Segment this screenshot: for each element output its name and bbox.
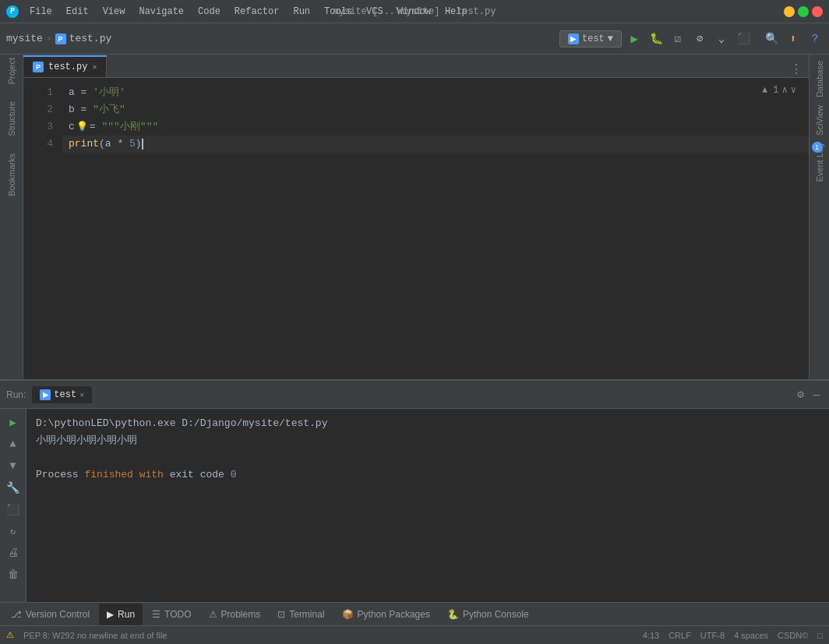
tab-todo[interactable]: ☰ TODO <box>144 604 199 625</box>
menu-code[interactable]: Code <box>192 5 227 19</box>
breadcrumb-root[interactable]: mysite <box>6 33 43 44</box>
error-nav-up[interactable]: ∧ <box>782 84 788 96</box>
coverage-button[interactable]: ☑ <box>670 31 686 47</box>
close-button[interactable] <box>812 6 823 17</box>
tab-python-packages[interactable]: 📦 Python Packages <box>334 604 438 625</box>
breadcrumb-separator: › <box>46 33 52 44</box>
tab-todo-label: TODO <box>164 609 191 620</box>
menu-run[interactable]: Run <box>287 5 316 19</box>
rerun-icon[interactable]: ↻ <box>5 523 22 540</box>
run-toolbar: Run: ▶ test ✕ ⚙ — <box>0 381 829 409</box>
main-toolbar: mysite › P test.py ▶ test ▼ ▶ 🐛 ☑ ⊘ ⌄ ⬛ … <box>0 23 829 55</box>
code-line-3: c 💡 = """小刚""" <box>62 118 809 135</box>
bottom-panel: Run: ▶ test ✕ ⚙ — ▶ ▲ ▼ 🔧 ⬛ ↻ 🖨 🗑 D:\pyt… <box>0 379 829 644</box>
tab-python-packages-label: Python Packages <box>358 609 430 620</box>
more-run-options[interactable]: ⌄ <box>714 31 729 47</box>
python-packages-icon: 📦 <box>342 609 354 620</box>
status-charset[interactable]: UTF-8 <box>700 631 725 640</box>
tab-python-console[interactable]: 🐍 Python Console <box>439 604 537 625</box>
menu-edit[interactable]: Edit <box>60 5 95 19</box>
menu-file[interactable]: File <box>23 5 58 19</box>
search-button[interactable]: 🔍 <box>764 31 779 47</box>
titlebar: P File Edit View Navigate Code Refactor … <box>0 0 829 23</box>
tab-more-button[interactable]: ⋮ <box>784 62 809 77</box>
breadcrumb-file[interactable]: test.py <box>69 33 112 44</box>
var-a: a <box>69 84 81 101</box>
tab-terminal[interactable]: ⊡ Terminal <box>270 604 332 625</box>
tab-test-py[interactable]: P test.py ✕ <box>23 55 107 77</box>
collapse-button[interactable]: — <box>810 387 823 403</box>
run-tab-close[interactable]: ✕ <box>79 390 84 399</box>
scroll-down-icon[interactable]: ▼ <box>5 457 22 474</box>
wrench-icon[interactable]: 🔧 <box>5 479 22 496</box>
problems-icon: ⚠ <box>209 609 217 620</box>
status-warning-text[interactable]: PEP 8: W292 no newline at end of file <box>23 631 167 640</box>
sidebar-item-structure[interactable]: Structure <box>7 101 16 136</box>
tab-version-control[interactable]: ⎇ Version Control <box>3 604 97 625</box>
console-line-4: Process finished with exit code 0 <box>36 466 820 484</box>
status-crlf[interactable]: CRLF <box>668 631 691 640</box>
status-warning-icon: ⚠ <box>6 630 14 640</box>
app-logo: P <box>6 5 19 18</box>
console-line-1: D:\pythonLED\python.exe D:/Django/mysite… <box>36 415 820 432</box>
tab-problems[interactable]: ⚠ Problems <box>201 604 269 625</box>
titlebar-controls[interactable] <box>784 6 823 17</box>
content-area: Project Structure Bookmarks P test.py ✕ … <box>0 55 829 379</box>
status-position[interactable]: 4:13 <box>643 631 659 640</box>
console-area: ▶ ▲ ▼ 🔧 ⬛ ↻ 🖨 🗑 D:\pythonLED\python.exe … <box>0 409 829 602</box>
sidebar-item-sciview[interactable]: SciView <box>815 102 824 139</box>
sidebar-item-bookmarks[interactable]: Bookmarks <box>7 153 16 196</box>
trash-icon[interactable]: 🗑 <box>5 566 22 583</box>
run-config-box[interactable]: ▶ test ▼ <box>559 30 622 48</box>
code-editor[interactable]: 1 2 3 4 a = '小明' b = "小飞" <box>23 78 809 379</box>
line-num-4: 4 <box>23 135 53 153</box>
var-b: b <box>69 101 81 118</box>
tab-run-label: Run <box>118 609 135 620</box>
stop-run-icon[interactable]: ⬛ <box>5 501 22 518</box>
minimize-button[interactable] <box>784 6 795 17</box>
run-tab[interactable]: ▶ test ✕ <box>32 386 92 403</box>
line-num-3: 3 <box>23 118 53 135</box>
paren-close: ) <box>136 135 142 153</box>
line-num-2: 2 <box>23 101 53 118</box>
menu-view[interactable]: View <box>97 5 132 19</box>
scroll-up-icon[interactable]: ▲ <box>5 435 22 452</box>
console-line-2: 小明小明小明小明小明 <box>36 432 820 449</box>
bulb-icon[interactable]: 💡 <box>76 118 88 135</box>
error-count: ▲ 1 <box>762 85 779 96</box>
stop-button[interactable]: ⬛ <box>736 31 751 47</box>
console-output: D:\pythonLED\python.exe D:/Django/mysite… <box>26 409 829 602</box>
var-c: c <box>69 118 75 135</box>
tab-label: test.py <box>48 62 87 72</box>
num-5: 5 <box>129 135 136 153</box>
status-info: CSDN© <box>778 631 808 640</box>
code-content[interactable]: a = '小明' b = "小飞" c 💡 = """小刚""" <box>62 78 809 379</box>
line-num-1: 1 <box>23 84 53 101</box>
code-line-1: a = '小明' <box>62 84 809 101</box>
settings-button[interactable]: ⚙ <box>794 386 806 403</box>
sidebar-item-event-log-wrapper: Event Log 1 <box>815 140 824 185</box>
update-button[interactable]: ⬆ <box>785 31 801 47</box>
op-mul: * <box>117 135 129 153</box>
run-play-icon[interactable]: ▶ <box>5 413 22 431</box>
str-2: "小飞" <box>93 101 125 118</box>
menu-navigate[interactable]: Navigate <box>132 5 190 19</box>
maximize-button[interactable] <box>798 6 809 17</box>
error-nav-down[interactable]: ∨ <box>791 84 796 96</box>
menu-refactor[interactable]: Refactor <box>228 5 286 19</box>
print-icon[interactable]: 🖨 <box>5 544 22 561</box>
run-button[interactable]: ▶ <box>626 31 642 47</box>
error-indicator: ▲ 1 ∧ ∨ <box>762 84 796 96</box>
tab-close-button[interactable]: ✕ <box>92 62 97 72</box>
debug-button[interactable]: 🐛 <box>648 31 664 47</box>
profile-button[interactable]: ⊘ <box>692 31 707 47</box>
sidebar-item-project[interactable]: Project <box>7 58 16 84</box>
tab-run[interactable]: ▶ Run <box>99 604 143 625</box>
file-icon: P <box>55 33 66 44</box>
status-layout[interactable]: □ <box>817 631 823 640</box>
status-indent[interactable]: 4 spaces <box>734 631 768 640</box>
event-log-badge: 1 <box>812 142 823 153</box>
sidebar-item-database[interactable]: Database <box>815 58 824 100</box>
help-button[interactable]: ? <box>807 31 823 47</box>
run-config-dropdown[interactable]: ▼ <box>608 33 613 44</box>
